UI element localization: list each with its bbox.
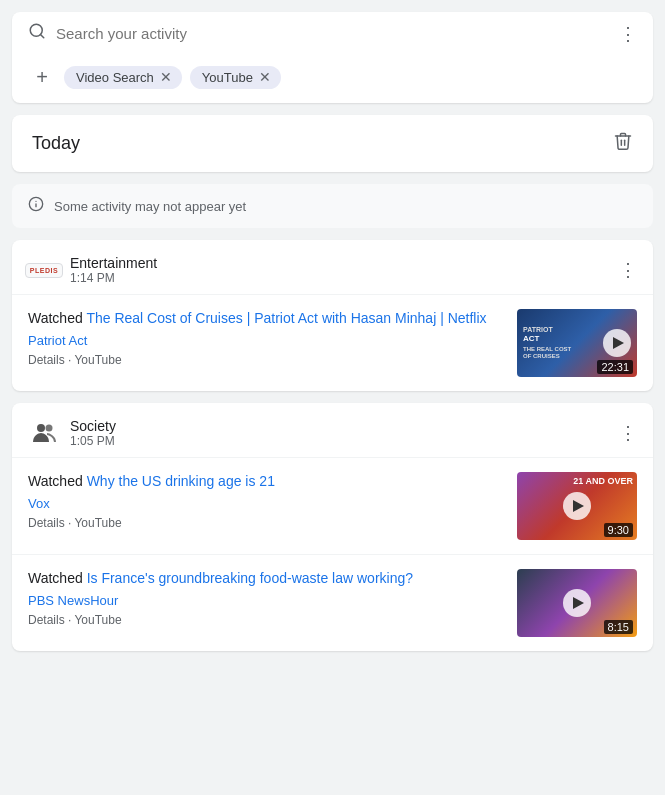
thumbnail-placeholder: PATRIOT ACT THE REAL COST OF CRUISES 22:… <box>517 309 637 377</box>
info-banner: Some activity may not appear yet <box>12 184 653 228</box>
duration-badge: 8:15 <box>604 620 633 634</box>
activity-meta: Details · YouTube <box>28 613 122 627</box>
video-search-chip: Video Search ✕ <box>64 66 182 89</box>
watched-prefix: Watched <box>28 570 87 586</box>
entertainment-header: PLEDIS Entertainment 1:14 PM ⋮ <box>12 240 653 295</box>
chip-label: YouTube <box>202 70 253 85</box>
add-filter-button[interactable]: + <box>28 63 56 91</box>
search-bar: ⋮ <box>12 12 653 55</box>
more-options-icon[interactable]: ⋮ <box>619 23 637 45</box>
watched-label: Watched Is France's groundbreaking food-… <box>28 569 505 589</box>
today-title: Today <box>32 133 80 154</box>
entertainment-time: 1:14 PM <box>70 271 157 285</box>
activity-content: Watched Is France's groundbreaking food-… <box>28 569 637 637</box>
video-title-link[interactable]: Is France's groundbreaking food-waste la… <box>87 570 413 586</box>
activity-text: Watched Why the US drinking age is 21 Vo… <box>28 472 505 530</box>
video-thumbnail[interactable]: PATRIOT ACT THE REAL COST OF CRUISES 22:… <box>517 309 637 377</box>
entertainment-header-left: PLEDIS Entertainment 1:14 PM <box>28 254 157 286</box>
channel-name[interactable]: Patriot Act <box>28 333 505 348</box>
society-more-options[interactable]: ⋮ <box>619 422 637 444</box>
society-category-name: Society <box>70 418 116 434</box>
duration-badge: 9:30 <box>604 523 633 537</box>
activity-text: Watched Is France's groundbreaking food-… <box>28 569 505 627</box>
watched-prefix: Watched <box>28 310 86 326</box>
video-thumbnail[interactable]: 8:15 <box>517 569 637 637</box>
info-text: Some activity may not appear yet <box>54 199 246 214</box>
filter-row: + Video Search ✕ YouTube ✕ <box>12 55 653 103</box>
society-card: Society 1:05 PM ⋮ Watched Why the US dri… <box>12 403 653 651</box>
search-input[interactable] <box>56 25 609 42</box>
activity-content: Watched The Real Cost of Cruises | Patri… <box>28 309 637 377</box>
section-header: Today <box>12 115 653 172</box>
plus-icon: + <box>36 66 48 89</box>
svg-point-5 <box>37 424 45 432</box>
svg-line-1 <box>40 34 43 37</box>
activity-meta: Details · YouTube <box>28 516 122 530</box>
society-item-0: Watched Why the US drinking age is 21 Vo… <box>12 458 653 554</box>
search-icon <box>28 22 46 45</box>
society-item-1: Watched Is France's groundbreaking food-… <box>12 554 653 651</box>
delete-today-button[interactable] <box>613 131 633 156</box>
entertainment-category-name: Entertainment <box>70 255 157 271</box>
society-time: 1:05 PM <box>70 434 116 448</box>
entertainment-icon: PLEDIS <box>28 254 60 286</box>
duration-badge: 22:31 <box>597 360 633 374</box>
activity-text: Watched The Real Cost of Cruises | Patri… <box>28 309 505 367</box>
society-header: Society 1:05 PM ⋮ <box>12 403 653 458</box>
entertainment-category-info: Entertainment 1:14 PM <box>70 255 157 285</box>
today-header-card: Today <box>12 115 653 172</box>
youtube-chip-close[interactable]: ✕ <box>259 70 271 84</box>
entertainment-card: PLEDIS Entertainment 1:14 PM ⋮ Watched T… <box>12 240 653 391</box>
channel-name[interactable]: Vox <box>28 496 505 511</box>
video-thumbnail[interactable]: 21 AND OVER 9:30 <box>517 472 637 540</box>
video-title-link[interactable]: Why the US drinking age is 21 <box>87 473 275 489</box>
activity-meta: Details · YouTube <box>28 353 122 367</box>
pledis-text: PLEDIS <box>30 267 58 274</box>
video-title-link[interactable]: The Real Cost of Cruises | Patriot Act w… <box>86 310 486 326</box>
entertainment-more-options[interactable]: ⋮ <box>619 259 637 281</box>
activity-content: Watched Why the US drinking age is 21 Vo… <box>28 472 637 540</box>
thumbnail-placeholder: 21 AND OVER 9:30 <box>517 472 637 540</box>
search-card: ⋮ + Video Search ✕ YouTube ✕ <box>12 12 653 103</box>
pledis-logo: PLEDIS <box>25 263 63 278</box>
info-icon <box>28 196 44 216</box>
society-header-left: Society 1:05 PM <box>28 417 116 449</box>
svg-point-6 <box>46 425 53 432</box>
watched-label: Watched The Real Cost of Cruises | Patri… <box>28 309 505 329</box>
chip-label: Video Search <box>76 70 154 85</box>
video-search-chip-close[interactable]: ✕ <box>160 70 172 84</box>
thumbnail-placeholder: 8:15 <box>517 569 637 637</box>
society-icon <box>28 417 60 449</box>
channel-name[interactable]: PBS NewsHour <box>28 593 505 608</box>
watched-prefix: Watched <box>28 473 87 489</box>
entertainment-item-0: Watched The Real Cost of Cruises | Patri… <box>12 295 653 391</box>
watched-label: Watched Why the US drinking age is 21 <box>28 472 505 492</box>
society-category-info: Society 1:05 PM <box>70 418 116 448</box>
youtube-chip: YouTube ✕ <box>190 66 281 89</box>
